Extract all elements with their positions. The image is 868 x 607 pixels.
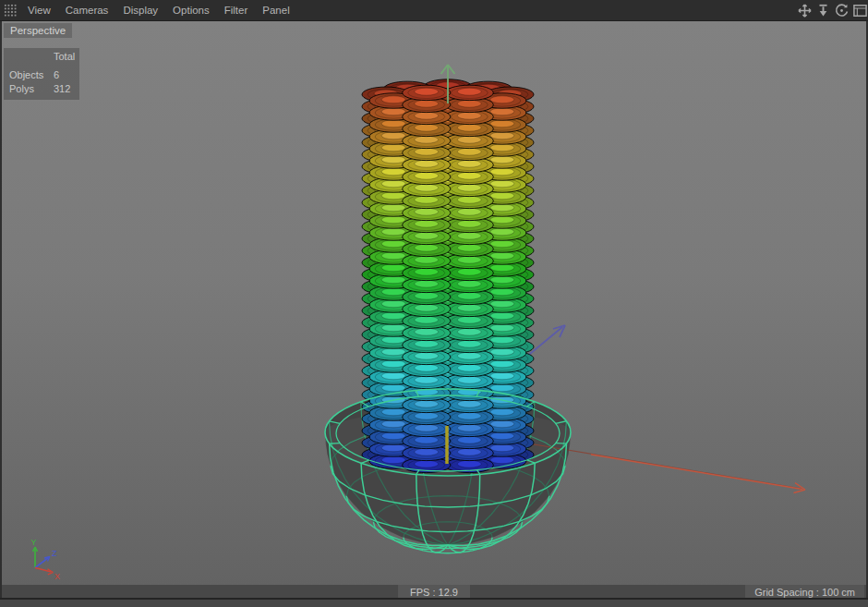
- menu-panel[interactable]: Panel: [260, 5, 291, 16]
- maximize-icon[interactable]: [852, 3, 868, 18]
- viewport-menu-bar: ViewCamerasDisplayOptionsFilterPanel: [0, 0, 868, 21]
- menu-view[interactable]: View: [26, 5, 53, 16]
- viewport-nav-icons: [797, 3, 868, 18]
- grip-icon[interactable]: [4, 4, 17, 17]
- hud-header: Total: [4, 50, 79, 64]
- menu-items: ViewCamerasDisplayOptionsFilterPanel: [26, 5, 292, 16]
- viewport[interactable]: [2, 21, 866, 585]
- rotate-icon[interactable]: [834, 3, 850, 18]
- menu-cameras[interactable]: Cameras: [64, 5, 111, 16]
- hud-rows: Objects6Polys312: [4, 68, 79, 96]
- hud-row-objects: Objects6: [4, 68, 79, 82]
- pan-icon[interactable]: [797, 3, 813, 18]
- view-label[interactable]: Perspective: [4, 23, 72, 38]
- hud-row-polys: Polys312: [4, 82, 79, 96]
- menu-display[interactable]: Display: [121, 5, 160, 16]
- zoom-icon[interactable]: [815, 3, 831, 18]
- hud-panel: Total Objects6Polys312: [4, 48, 79, 100]
- menu-options[interactable]: Options: [171, 5, 211, 16]
- window-bottom-edge: [0, 598, 868, 607]
- menu-filter[interactable]: Filter: [223, 5, 250, 16]
- app-window: ViewCamerasDisplayOptionsFilterPanel: [0, 0, 868, 607]
